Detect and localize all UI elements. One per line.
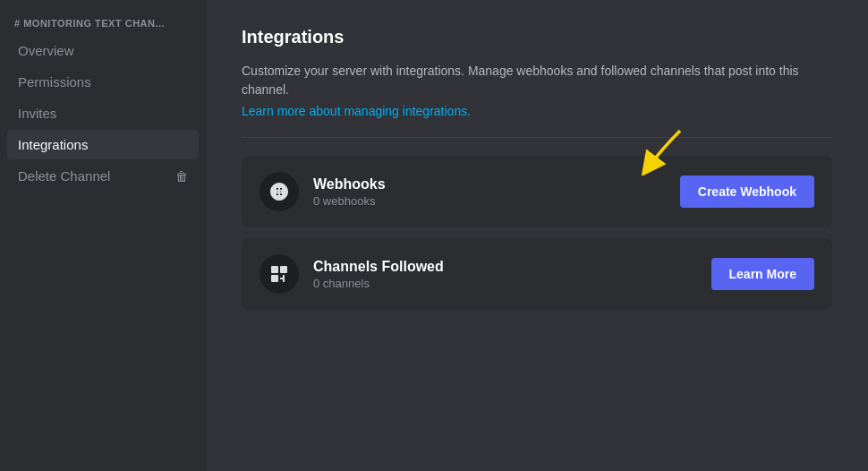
sidebar-item-delete-label: Delete Channel [18, 168, 110, 184]
sidebar-item-overview[interactable]: Overview [7, 36, 199, 65]
svg-rect-5 [271, 275, 278, 282]
divider [242, 137, 832, 138]
main-content: Integrations Customize your server with … [206, 0, 868, 471]
sidebar-item-overview-label: Overview [18, 43, 74, 58]
svg-rect-3 [271, 266, 278, 273]
channels-followed-icon [260, 254, 299, 294]
sidebar-item-invites[interactable]: Invites [7, 98, 199, 128]
sidebar-item-integrations-label: Integrations [18, 137, 88, 152]
learn-more-button[interactable]: Learn More [711, 258, 814, 290]
channels-followed-name: Channels Followed [313, 259, 697, 275]
webhooks-count: 0 webhooks [313, 194, 666, 208]
channel-name: # MONITORING TEXT CHAN... [7, 11, 199, 34]
channels-followed-svg-icon [268, 263, 290, 285]
sidebar: # MONITORING TEXT CHAN... Overview Permi… [0, 0, 206, 471]
webhooks-info: Webhooks 0 webhooks [313, 176, 666, 208]
channels-followed-count: 0 channels [313, 277, 697, 290]
arrow-container: Create Webhook [680, 176, 814, 208]
sidebar-item-integrations[interactable]: Integrations [7, 130, 199, 159]
trash-icon: 🗑 [175, 169, 188, 184]
arrow-annotation [635, 122, 707, 179]
webhook-svg-icon [268, 181, 290, 202]
channels-followed-info: Channels Followed 0 channels [313, 259, 697, 290]
webhooks-icon [260, 172, 299, 211]
learn-more-link[interactable]: Learn more about managing integrations. [242, 104, 471, 118]
svg-rect-4 [280, 266, 287, 273]
webhooks-name: Webhooks [313, 176, 666, 193]
page-title: Integrations [242, 27, 832, 47]
channels-followed-card: Channels Followed 0 channels Learn More [242, 238, 832, 310]
integrations-description: Customize your server with integrations.… [242, 62, 832, 99]
webhooks-card: Webhooks 0 webhooks Create Webhook [242, 156, 832, 227]
create-webhook-button[interactable]: Create Webhook [680, 176, 814, 208]
sidebar-item-invites-label: Invites [18, 106, 56, 121]
sidebar-item-delete-channel[interactable]: Delete Channel 🗑 [7, 161, 199, 191]
sidebar-item-permissions-label: Permissions [18, 74, 91, 90]
sidebar-item-permissions[interactable]: Permissions [7, 67, 199, 97]
